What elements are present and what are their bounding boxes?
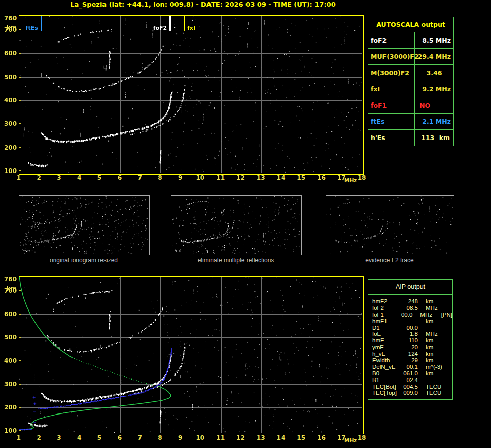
autoscala-param-value: NO [415, 97, 453, 113]
x-axis-label-1: 1 [12, 435, 25, 441]
aip-param-unit: km [426, 298, 446, 305]
thumbnail-eliminate-canvas [171, 196, 300, 254]
x-axis-unit: MHz [343, 438, 358, 444]
y-axis-label-500: 500 [0, 334, 17, 341]
x-axis-unit: MHz [343, 178, 358, 184]
aip-param-value: 061.0 [400, 370, 418, 377]
aip-param-label: TEC[Top] [372, 390, 400, 396]
aip-param-label: DelN_vE [372, 364, 400, 370]
y-axis-unit: km [0, 286, 17, 292]
x-axis-label-8: 8 [153, 435, 166, 441]
x-axis-label-10: 10 [194, 435, 207, 441]
x-axis-label-14: 14 [274, 435, 288, 441]
x-axis-label-7: 7 [133, 175, 147, 181]
aip-param-unit: MHz [420, 312, 438, 318]
aip-param-value: 02.4 [400, 377, 418, 384]
y-axis-label-600: 600 [0, 50, 17, 57]
aip-param-value: 248 [400, 298, 418, 305]
aip-row-hmF2: hmF2248km [372, 298, 452, 305]
thumbnail-eliminate-reflections [171, 195, 302, 255]
autoscala-param-label: fxI [368, 81, 415, 97]
aip-param-value: 00.0 [400, 325, 418, 331]
x-axis-label-4: 4 [73, 175, 86, 181]
y-axis-label-200: 200 [0, 404, 17, 411]
x-axis-label-14: 14 [274, 175, 288, 181]
x-axis-label-8: 8 [153, 175, 166, 181]
y-axis-label-100: 100 [0, 168, 17, 175]
x-axis-label-13: 13 [254, 175, 267, 181]
aip-row-TEC[Bot]: TEC[Bot]004.5TECU [372, 384, 452, 390]
bottom-ionogram-canvas [19, 277, 362, 433]
aip-param-value: 08.5 [400, 305, 418, 312]
aip-param-label: Ewidth [372, 357, 400, 364]
x-axis-label-4: 4 [73, 435, 86, 441]
aip-param-label: TEC[Bot] [372, 384, 400, 390]
aip-row-foF2: foF208.5MHz [372, 305, 452, 312]
autoscala-param-value: 113km [415, 130, 453, 146]
aip-row-TEC[Top]: TEC[Top]009.0TECU [372, 390, 452, 396]
x-axis-label-1: 1 [12, 175, 25, 181]
aip-param-label: D1 [372, 325, 400, 331]
aip-row-B1: B102.4 [372, 377, 452, 384]
fxI-marker-line [184, 16, 185, 31]
fxI-marker-label: fxI [187, 25, 195, 31]
x-axis-label-15: 15 [295, 435, 308, 441]
autoscala-row-fxI: fxI9.2 MHz [368, 81, 453, 97]
aip-param-label: ymE [372, 344, 400, 351]
autoscala-param-value: 8.5 MHz [415, 32, 453, 48]
thumbnail-caption-eliminate: eliminate multiple reflections [171, 257, 301, 264]
aip-param-label: hmE [372, 337, 400, 344]
aip-param-label: foF2 [372, 305, 400, 312]
aip-param-unit: MHz [426, 331, 446, 337]
top-ionogram-canvas [19, 16, 362, 173]
x-axis-label-2: 2 [32, 435, 46, 441]
aip-param-label: h_vE [372, 351, 400, 357]
x-axis-label-7: 7 [133, 435, 147, 441]
y-axis-label-760: 760 [0, 276, 17, 283]
autoscala-row-foF2: foF28.5 MHz [368, 32, 453, 48]
autoscala-output-table: AUTOSCALA output foF28.5 MHzMUF(3000)F22… [368, 17, 454, 146]
autoscala-param-value: 9.2 MHz [415, 81, 453, 97]
aip-param-value: 00.1 [400, 364, 418, 370]
autoscala-ionogram-screen: { "title": "La_Spezia (lat: +44.1, lon: … [0, 0, 491, 448]
aip-row-foF1: foF100.0MHz[PN] [372, 312, 452, 318]
aip-param-value: 00.0 [397, 312, 413, 318]
x-axis-label-5: 5 [93, 435, 106, 441]
thumbnail-original-ionogram [19, 195, 150, 255]
x-axis-label-12: 12 [234, 435, 247, 441]
y-axis-label-100: 100 [0, 428, 17, 434]
aip-table-rows: hmF2248kmfoF208.5MHzfoF100.0MHz[PN]hmF1-… [368, 295, 452, 399]
autoscala-param-label: foF2 [368, 32, 415, 48]
x-axis-label-16: 16 [314, 175, 328, 181]
aip-param-unit: km [426, 370, 446, 377]
aip-param-value: 1.8 [400, 331, 418, 337]
aip-param-value: 20 [400, 344, 418, 351]
aip-param-unit: km [426, 351, 446, 357]
y-axis-label-400: 400 [0, 97, 17, 104]
foF2-marker-line [169, 16, 171, 31]
aip-param-label: foF1 [372, 312, 397, 318]
page-title: La_Spezia (lat: +44.1, lon: 009.8) - DAT… [25, 1, 380, 8]
aip-row-hmE: hmE110km [372, 337, 452, 344]
aip-param-unit [426, 377, 446, 384]
thumbnail-evidence-f2 [326, 195, 454, 255]
aip-param-value: 009.0 [400, 390, 418, 396]
aip-row-h_vE: h_vE124km [372, 351, 452, 357]
ftEs-marker-label: ftEs [23, 25, 38, 31]
aip-row-D1: D100.0 [372, 325, 452, 331]
aip-param-unit: TECU [426, 390, 446, 396]
thumbnail-caption-original: original ionogram resized [19, 257, 149, 264]
aip-row-Ewidth: Ewidth29km [372, 357, 452, 364]
aip-param-unit [426, 325, 446, 331]
autoscala-row-foF1: foF1NO [368, 97, 453, 113]
x-axis-label-10: 10 [194, 175, 207, 181]
x-axis-label-3: 3 [53, 175, 66, 181]
x-axis-label-9: 9 [173, 435, 187, 441]
aip-param-value: 110 [400, 337, 418, 344]
aip-row-ymE: ymE20km [372, 344, 452, 351]
autoscala-param-label: foF1 [368, 97, 415, 113]
x-axis-label-16: 16 [314, 435, 328, 441]
autoscala-table-header: AUTOSCALA output [368, 17, 453, 32]
aip-row-hmF1: hmF1---km [372, 318, 452, 325]
autoscala-table-rows: foF28.5 MHzMUF(3000)F229.4 MHzM(3000)F23… [368, 32, 453, 146]
